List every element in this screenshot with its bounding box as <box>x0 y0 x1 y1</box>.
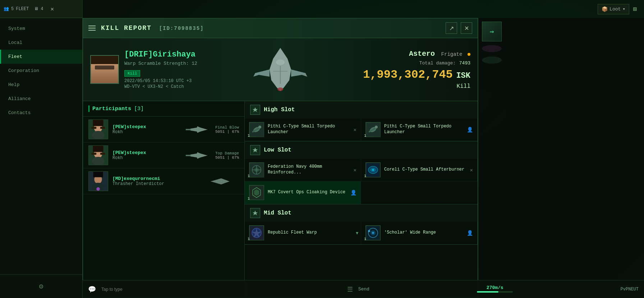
participant-info-2: [PEW]steepex Rokh <box>112 150 180 161</box>
participants-bar-accent <box>88 105 89 112</box>
mid-slot-icon <box>250 208 260 218</box>
settings-button[interactable]: ⚙ <box>4 278 79 294</box>
fitting-qty-mid-1: 1 <box>248 237 250 241</box>
right-panel-items: ⇒ <box>482 22 640 64</box>
participant-name-1: [PEW]steepex <box>112 124 180 130</box>
low-slot-section: Low Slot <box>245 141 478 204</box>
sidebar-item-contacts[interactable]: Contacts <box>0 106 82 120</box>
kill-report-title: KILL REPORT <box>101 24 152 32</box>
chat-bar: 💬 ☰ Send 270m/s PvPNEUT <box>83 280 644 298</box>
sidebar-item-fleet[interactable]: Fleet <box>0 50 82 64</box>
participant-item-2[interactable]: [PEW]steepex Rokh Top Damage 5051 | <box>83 143 244 168</box>
filter-icon[interactable]: ⊞ <box>633 5 637 13</box>
sidebar-item-corporation[interactable]: Corporation <box>0 64 82 78</box>
svg-point-59 <box>368 230 370 232</box>
hamburger-menu-button[interactable] <box>88 26 96 31</box>
export-button[interactable]: ↗ <box>446 22 457 34</box>
scroll-down-icon[interactable]: ▾ <box>355 229 359 237</box>
participant-item[interactable]: [PEW]steepex Rokh Final Blow 5051 | <box>83 117 244 143</box>
svg-rect-20 <box>100 153 105 155</box>
fitting-item-low-2[interactable]: 1 Coreli C-Type Small Afterburner ✕ <box>361 159 478 181</box>
participant-ship-1: Rokh <box>112 130 180 135</box>
percent-2: 67% <box>232 155 239 160</box>
svg-marker-2 <box>291 69 307 77</box>
high-slot-header: High Slot <box>245 101 478 118</box>
close-panel-button[interactable]: ✕ <box>461 22 472 34</box>
sidebar-nav: System Local Fleet Corporation Help Alli… <box>0 18 82 274</box>
monitor-count: 4 <box>41 6 43 12</box>
pvp-neut-label: PvPNEUT <box>621 287 639 292</box>
right-panel: ⇒ <box>478 18 644 298</box>
fitting-icon-high-1 <box>249 122 264 137</box>
warp-scramble-stat: Warp Scramble Strength: 12 <box>124 61 363 66</box>
participant-stats-1: Final Blow 5051 | 67% <box>215 125 239 134</box>
participant-avatar-2 <box>88 145 108 165</box>
participant-item-3[interactable]: [MD]exequrornecmi Thrasher Interdictor <box>83 168 244 194</box>
damage-1: 5051 <box>215 130 225 134</box>
fitting-qty-low-2: 1 <box>364 174 366 178</box>
speed-indicator: 270m/s <box>375 285 615 293</box>
gear-icon: ⚙ <box>39 282 43 291</box>
kill-location: WD-VTV < UX3-N2 < Catch <box>124 84 363 89</box>
sidebar-item-label: Help <box>8 82 19 87</box>
kill-badge: Kill <box>124 70 140 77</box>
panel-header: KILL REPORT [ID:7098835] ↗ ✕ <box>83 18 478 38</box>
panel-controls: ↗ ✕ <box>446 22 472 34</box>
close-top-button[interactable]: ✕ <box>50 5 54 13</box>
send-button[interactable]: Send <box>358 286 369 292</box>
sidebar-item-system[interactable]: System <box>0 22 82 36</box>
fitting-item-high-2[interactable]: 1 Pithi C-Type Small Torpedo Launcher 👤 <box>361 118 478 141</box>
low-slot-icon <box>250 145 260 155</box>
fitting-item-mid-1[interactable]: 1 Republic Fleet Warp ▾ <box>245 222 361 244</box>
fitting-close-low-1[interactable]: ✕ <box>354 167 356 173</box>
participant-ship-image-3 <box>208 176 235 186</box>
fitting-item-low-3[interactable]: 1 MK7 Covert Ops Cloaking Device 👤 <box>245 181 361 204</box>
svg-point-48 <box>372 169 374 171</box>
sidebar-item-alliance[interactable]: Alliance <box>0 92 82 106</box>
loot-label: Loot <box>610 6 621 12</box>
ship-name: Astero <box>409 50 435 58</box>
sidebar: 👥 5 FLEET 🖥 4 ✕ System Local Fleet Corpo… <box>0 0 83 298</box>
avatar-image <box>91 56 118 83</box>
fitting-person-low-3: 👤 <box>350 190 356 196</box>
sidebar-item-label: System <box>8 26 25 31</box>
fleet-button[interactable]: 👥 5 FLEET <box>4 6 29 12</box>
top-right-bar: 📦 Loot ▾ ⊞ <box>598 0 644 18</box>
participant-name-3: [MD]exequrornecmi <box>112 176 203 181</box>
svg-point-3 <box>277 87 283 91</box>
loot-button[interactable]: 📦 Loot ▾ <box>598 4 629 14</box>
sidebar-item-label: Contacts <box>8 110 31 116</box>
fitting-close-low-2[interactable]: ✕ <box>470 167 473 173</box>
chevron-down-icon: ▾ <box>622 6 625 12</box>
sidebar-item-local[interactable]: Local <box>0 36 82 50</box>
fitting-close-high-1[interactable]: ✕ <box>354 127 356 133</box>
fitting-qty-mid-2: 1 <box>364 237 366 241</box>
export-icon: ↗ <box>449 25 454 32</box>
chat-input[interactable] <box>101 287 342 292</box>
svg-rect-9 <box>93 120 104 126</box>
svg-point-12 <box>92 131 105 139</box>
ship-image-container <box>248 42 313 96</box>
kill-report-panel: KILL REPORT [ID:7098835] ↗ ✕ [DRIF]Giris… <box>83 18 478 298</box>
blow-label-2: Top Damage <box>215 151 239 155</box>
monitor-button[interactable]: 🖥 4 <box>34 6 43 12</box>
fitting-item-mid-2[interactable]: 1 'Scholar' Wide Range 👤 <box>361 222 478 244</box>
fitting-item-high-1[interactable]: 1 Pithi C-Type Small Torpedo Launcher ✕ <box>245 118 361 141</box>
fitting-item-low-1[interactable]: 1 Federation Navy 400mm Reinforced... ✕ <box>245 159 361 181</box>
fitting-qty-low-1: 1 <box>248 174 250 178</box>
sidebar-item-label: Local <box>8 40 22 45</box>
right-item-1[interactable]: ⇒ <box>482 22 502 41</box>
pilot-info: [DRIF]Girishaya Warp Scramble Strength: … <box>124 50 363 89</box>
sidebar-bottom: ⚙ <box>0 274 82 298</box>
fitting-name-mid-1: Republic Fleet Warp <box>268 230 317 236</box>
svg-point-21 <box>92 157 105 165</box>
fitting-person-mid-2: 👤 <box>467 230 473 236</box>
participant-stats-2: Top Damage 5051 | 67% <box>215 151 239 160</box>
participant-ship-2: Rokh <box>112 155 180 161</box>
total-damage-label: Total damage: <box>419 60 456 66</box>
sidebar-item-help[interactable]: Help <box>0 78 82 92</box>
participants-title: Participants <box>92 106 131 112</box>
fitting-icon-low-3 <box>249 185 264 200</box>
status-dot-2 <box>482 57 502 64</box>
svg-rect-11 <box>100 127 105 129</box>
